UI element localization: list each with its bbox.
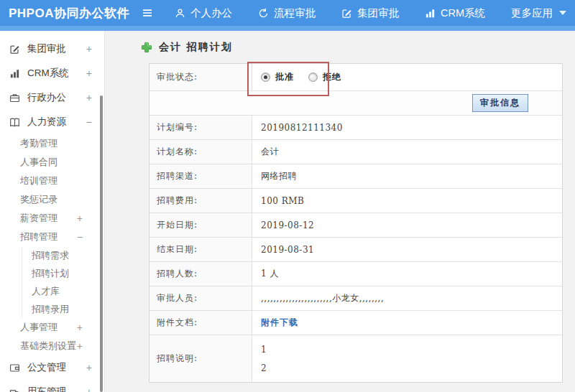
expander-toggle[interactable]: + [77,340,83,352]
sidebar-item[interactable]: 奖惩记录 [0,190,104,209]
expander-toggle[interactable]: − [77,231,83,243]
detail-table: 审批状态: 批准 拒绝 审批信息 [149,63,563,383]
topbar-nav-item[interactable]: 更多应用 [511,6,566,20]
table-row: 计划编号: 20190812111340 [150,115,562,139]
field-label: 审批状态: [150,64,252,90]
table-row: 计划名称: 会计 [150,139,562,164]
topbar-nav-item[interactable]: 流程审批 [258,6,316,20]
sidebar-item[interactable]: 公文管理 + [0,355,104,380]
topbar-nav-item[interactable]: 个人办公 [175,6,232,20]
sidebar-item-label: CRM系统 [27,67,69,80]
nav-label: 集团审批 [357,6,399,20]
field-label: 计划编号: [150,116,252,139]
table-row: 招聘费用: 100 RMB [150,188,562,213]
sidebar-item-label: 招聘计划 [32,267,69,280]
sidebar-item-label: 招聘录用 [32,303,69,316]
field-label: 结束日期: [150,238,252,261]
menu-icon[interactable] [142,7,153,19]
topbar-nav-item[interactable]: 集团审批 [341,6,399,20]
nav-label: CRM系统 [441,6,485,20]
detail-rows: 计划编号: 20190812111340 计划名称: 会计 招聘渠道 [150,115,562,382]
sidebar-item[interactable]: 招聘计划 [22,264,104,282]
caret-down-icon [559,11,566,15]
expander-toggle[interactable]: + [86,43,92,55]
field-value: 会计 [252,140,562,164]
field-label: 招聘人数: [150,262,252,286]
page-title: 会计 招聘计划 [141,41,575,54]
sidebar-item-label: 公文管理 [27,361,66,374]
sidebar-item[interactable]: 人事合同 [0,153,104,172]
table-row: 招聘说明: 1 2 [150,335,562,382]
field-value: 附件下载 [252,311,562,335]
expander-toggle[interactable]: + [86,92,92,103]
sidebar-item[interactable]: 培训管理 [0,172,104,190]
sidebar-item[interactable]: 薪资管理 + [0,209,104,228]
field-value: ,,,,,,,,,,,,,,,,,,,,,,,小龙女,,,,,,,, [252,286,562,310]
radio-icon[interactable] [308,73,318,82]
field-label: 招聘说明: [150,335,252,382]
expander-toggle[interactable]: + [86,67,92,79]
sidebar-menu: 集团审批 + CRM系统 + 行政办公 + 人力资源 [0,37,104,392]
sidebar-item[interactable]: 人才库 [22,282,104,300]
sidebar-item[interactable]: 人力资源 − [0,110,104,134]
car-icon [9,387,21,392]
expander-toggle[interactable]: − [86,116,92,128]
table-row: 招聘人数: 1 人 [150,261,562,286]
expander-toggle[interactable]: + [86,386,92,392]
nav-label: 更多应用 [511,6,553,20]
chart-icon [425,8,436,19]
nav-label: 个人办公 [190,6,232,20]
sidebar-scrollbar[interactable] [100,95,103,392]
topbar-nav-item[interactable]: CRM系统 [425,6,485,20]
field-value: 20190812111340 [252,116,562,139]
field-label: 招聘费用: [150,189,252,213]
sidebar-item[interactable]: 招聘需求 [22,246,104,264]
sidebar-item-label: 人事合同 [20,156,58,169]
sidebar-item-label: 集团审批 [27,42,66,55]
field-label: 招聘渠道: [150,164,252,188]
field-value: 2019-08-31 [252,238,562,261]
sidebar-item[interactable]: 用车管理 + [0,380,104,392]
sidebar-item-label: 招聘需求 [32,249,69,262]
expander-toggle[interactable]: + [77,213,83,224]
sidebar-item[interactable]: CRM系统 + [0,61,104,85]
sidebar-item-label: 行政办公 [27,91,66,104]
edit-icon [9,44,21,55]
radio-icon[interactable] [261,73,270,82]
sidebar-item-label: 人才库 [32,285,60,298]
sidebar-item-label: 薪资管理 [20,212,58,225]
expander-toggle[interactable]: + [77,322,83,333]
sidebar-item-label: 用车管理 [27,386,66,392]
approval-status-row: 审批状态: 批准 拒绝 [150,64,562,90]
topbar: PHPOA协同办公软件 个人办公 流程审批 集团审批 [0,0,575,26]
sidebar-item-label: 考勤管理 [20,137,58,150]
sidebar-item-label: 奖惩记录 [20,193,58,206]
flow-icon [258,8,269,19]
add-icon [141,42,152,53]
sidebar-item[interactable]: 集团审批 + [0,37,104,61]
attachment-download-link[interactable]: 附件下载 [261,317,298,329]
radio-option[interactable]: 批准 [261,71,294,83]
radio-option[interactable]: 拒绝 [308,71,341,83]
briefcase-icon [9,93,21,103]
sidebar-item-label: 基础类别设置 [20,340,76,353]
sidebar-item[interactable]: 行政办公 + [0,85,104,110]
sidebar-item[interactable]: 考勤管理 [0,134,104,153]
approval-info-button[interactable]: 审批信息 [472,94,528,112]
field-value: 2019-08-12 [252,213,562,237]
app-logo: PHPOA协同办公软件 [9,5,134,22]
table-row: 招聘渠道: 网络招聘 [150,164,562,188]
expander-toggle[interactable]: + [86,362,92,373]
field-label: 计划名称: [150,140,252,164]
sidebar-item-label: 招聘管理 [20,230,58,243]
field-value: 100 RMB [252,189,562,213]
sidebar-item[interactable]: 招聘录用 [22,300,104,318]
table-row: 审批人员: ,,,,,,,,,,,,,,,,,,,,,,,小龙女,,,,,,,, [150,286,562,310]
sidebar-item[interactable]: 招聘管理 − [0,228,104,246]
field-value: 1 2 [252,335,562,382]
book-icon [9,117,21,128]
edit-icon [341,8,352,19]
sidebar-item[interactable]: 基础类别设置 + [0,337,104,355]
sidebar-item[interactable]: 人事管理 + [0,318,104,337]
table-row: 结束日期: 2019-08-31 [150,237,562,261]
